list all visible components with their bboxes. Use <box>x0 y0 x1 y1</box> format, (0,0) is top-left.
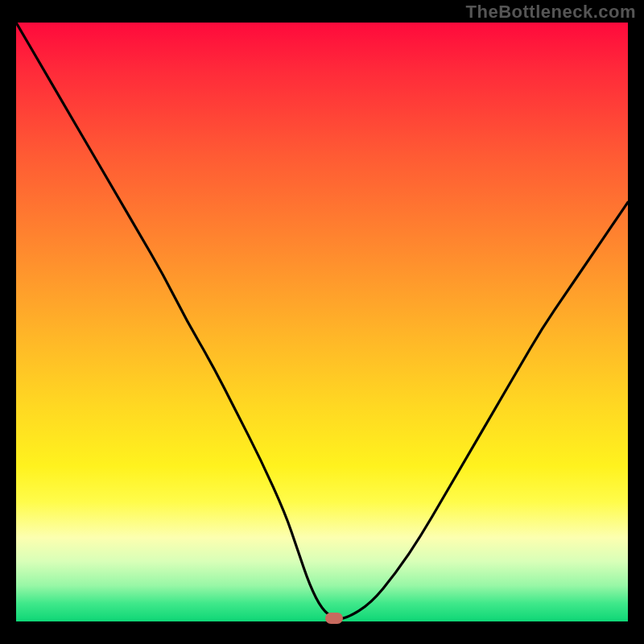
bottleneck-curve <box>16 23 628 618</box>
optimal-point-marker <box>325 613 343 624</box>
watermark-text: TheBottleneck.com <box>466 2 636 23</box>
chart-frame: TheBottleneck.com <box>0 0 644 644</box>
curve-svg <box>16 23 628 621</box>
plot-area <box>16 23 628 621</box>
